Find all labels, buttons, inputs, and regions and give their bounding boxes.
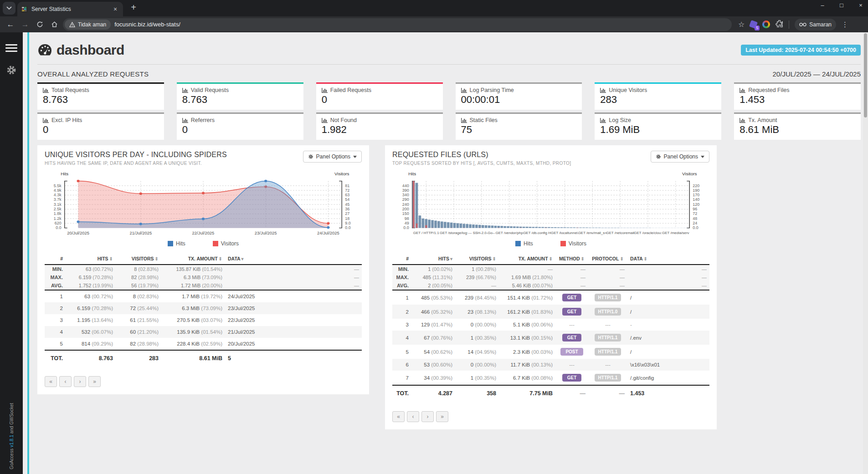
card-label: Failed Requests — [330, 87, 371, 93]
table-row[interactable]: 26.159 (70.28%)72 (25.44%)6.3 MiB (73.09… — [45, 302, 362, 314]
total-row: TOT.8.7632838.61 MiB5 — [45, 350, 362, 366]
browser-tab[interactable]: Server Statistics × — [17, 2, 123, 16]
panel-options-button[interactable]: Panel Options — [651, 151, 709, 163]
prev-page-button[interactable]: ‹ — [407, 411, 419, 422]
extension-icon[interactable]: 5 — [750, 21, 757, 28]
svg-text:9.0: 9.0 — [345, 221, 351, 225]
column-header[interactable]: HITS⇕ — [66, 253, 116, 265]
bar-chart-icon — [322, 117, 328, 123]
next-page-button[interactable]: › — [74, 376, 86, 387]
address-bar[interactable]: Tidak aman focusnic.biz.id/web-stats/ — [63, 18, 732, 31]
security-chip[interactable]: Tidak aman — [65, 20, 111, 30]
profile-button[interactable]: Samaran — [795, 19, 836, 31]
tab-title: Server Statistics — [31, 6, 108, 12]
first-page-button[interactable]: « — [392, 411, 405, 422]
column-header[interactable]: HITS▾ — [411, 253, 455, 265]
svg-text:18: 18 — [345, 216, 349, 221]
page-scrollbar[interactable] — [863, 32, 868, 474]
svg-text:GET /env/mail_s<: GET /env/mail_s< — [578, 231, 607, 235]
svg-text:49: 49 — [405, 221, 409, 225]
hamburger-menu-icon[interactable] — [5, 44, 17, 52]
goaccess-credit: GoAccess v1.8.1 and GWSocket — [9, 403, 14, 469]
data-rows: 163 (00.72%)8 (02.83%)1.7 MiB (19.72%)24… — [45, 290, 362, 350]
legend-item[interactable]: Hits — [168, 240, 185, 247]
window-maximize-icon[interactable]: □ — [837, 2, 846, 9]
column-header[interactable]: DATA⇕ — [627, 253, 709, 265]
sort-icon: ⇕ — [219, 256, 222, 261]
column-header[interactable]: PROTOCOL⇕ — [588, 253, 627, 265]
last-page-button[interactable]: » — [436, 411, 448, 422]
extensions-puzzle-button[interactable] — [776, 20, 783, 29]
kebab-menu-icon[interactable]: ⋮ — [842, 20, 848, 29]
svg-text:1.8k: 1.8k — [54, 212, 62, 216]
table-row[interactable]: 5814 (09.29%)82 (28.98%)228.4 KiB (02.59… — [45, 338, 362, 350]
table-row[interactable]: 653 (00.60%)0 (00.00%)11.7 KiB (00.13%)-… — [392, 359, 709, 371]
card-value: 0 — [182, 124, 298, 136]
unique-visitors-chart: HitsVisitors0.00.06209.01.2k181.8k272.5k… — [45, 170, 362, 240]
window-close-icon[interactable]: × — [856, 2, 865, 9]
stat-card: Log Size 1.69 MiB — [595, 112, 721, 140]
window-minimize-icon[interactable]: – — [818, 2, 827, 9]
extension-badge: 5 — [755, 25, 760, 31]
goaccess-version-link[interactable]: v1.8.1 — [9, 435, 14, 447]
panel-unique-visitors: UNIQUE VISITORS PER DAY - INCLUDING SPID… — [37, 145, 369, 394]
first-page-button[interactable]: « — [45, 376, 57, 387]
summary-row: MAX.485 (11.31%)239 (66.76%)1.69 MiB (21… — [392, 273, 709, 281]
tab-close-icon[interactable]: × — [111, 5, 119, 13]
tab-search-button[interactable] — [3, 2, 15, 15]
legend-item[interactable]: Visitors — [213, 240, 239, 247]
colorful-extension-icon[interactable] — [762, 20, 770, 28]
table-row[interactable]: 1485 (05.53%)239 (84.45%)151.4 KiB (01.7… — [392, 290, 709, 305]
svg-text:GET /oracle/clou:: GET /oracle/clou: — [634, 231, 662, 235]
legend-label: Visitors — [569, 240, 586, 247]
svg-text:150: 150 — [402, 212, 409, 216]
card-label: Requested Files — [748, 87, 789, 93]
last-page-button[interactable]: » — [88, 376, 101, 387]
card-value: 1.453 — [740, 94, 855, 106]
legend-item[interactable]: Visitors — [560, 240, 586, 247]
bar-chart-icon — [461, 87, 467, 93]
new-tab-button[interactable]: + — [128, 2, 139, 13]
svg-text:140: 140 — [693, 198, 699, 202]
column-header[interactable]: DATA▾ — [225, 253, 362, 265]
table-row[interactable]: 467 (00.76%)1 (00.35%)13.1 KiB (00.15%)G… — [392, 331, 709, 345]
home-button[interactable] — [48, 19, 60, 31]
column-header[interactable]: TX. AMOUNT⇕ — [161, 253, 225, 265]
back-button[interactable]: ← — [5, 19, 16, 31]
svg-text:220: 220 — [693, 183, 699, 188]
column-header[interactable]: METHOD⇕ — [555, 253, 588, 265]
table-row[interactable]: 554 (00.62%)14 (04.95%)2.3 KiB (00.03%)P… — [392, 345, 709, 359]
gear-icon — [308, 154, 313, 159]
column-header[interactable]: # — [45, 253, 66, 265]
reload-button[interactable] — [34, 19, 46, 31]
sort-icon: ⇕ — [620, 256, 623, 261]
scrollbar-thumb[interactable] — [864, 33, 867, 117]
svg-text:Visitors: Visitors — [334, 171, 349, 176]
table-row[interactable]: 163 (00.72%)8 (02.83%)1.7 MiB (19.72%)24… — [45, 290, 362, 302]
table-row[interactable]: 31.195 (13.64%)61 (21.55%)270.5 KiB (03.… — [45, 314, 362, 326]
card-value: 75 — [461, 124, 577, 136]
panel-options-button[interactable]: Panel Options — [303, 151, 362, 163]
table-row[interactable]: 734 (00.39%)1 (00.35%)6.7 KiB (00.08%)GE… — [392, 371, 709, 385]
bar-chart-icon — [740, 87, 745, 93]
prev-page-button[interactable]: ‹ — [59, 376, 72, 387]
svg-text:Visitors: Visitors — [682, 171, 697, 176]
column-header[interactable]: VISITORS⇕ — [455, 253, 499, 265]
svg-text:20/Jul/2025: 20/Jul/2025 — [67, 231, 89, 236]
table-row[interactable]: 3129 (01.47%)0 (00.00%)5.1 KiB (00.06%)-… — [392, 319, 709, 331]
panel-subtitle: HITS HAVING THE SAME IP, DATE AND AGENT … — [45, 161, 227, 166]
bookmark-star-icon[interactable]: ☆ — [738, 20, 745, 29]
column-header[interactable]: VISITORS⇕ — [116, 253, 161, 265]
forward-button[interactable]: → — [19, 19, 31, 31]
legend-swatch — [168, 241, 173, 246]
legend-label: Hits — [176, 240, 185, 247]
card-label: Log Size — [609, 117, 631, 123]
table-row[interactable]: 2466 (05.32%)23 (08.13%)161.2 KiB (01.83… — [392, 305, 709, 319]
stat-card: Requested Files 1.453 — [734, 82, 861, 110]
table-row[interactable]: 4532 (06.07%)60 (21.20%)135.9 KiB (01.54… — [45, 326, 362, 338]
next-page-button[interactable]: › — [421, 411, 434, 422]
column-header[interactable]: # — [392, 253, 411, 265]
legend-item[interactable]: Hits — [515, 240, 533, 247]
sidebar-settings-button[interactable] — [6, 65, 17, 76]
column-header[interactable]: TX. AMOUNT⇕ — [499, 253, 555, 265]
